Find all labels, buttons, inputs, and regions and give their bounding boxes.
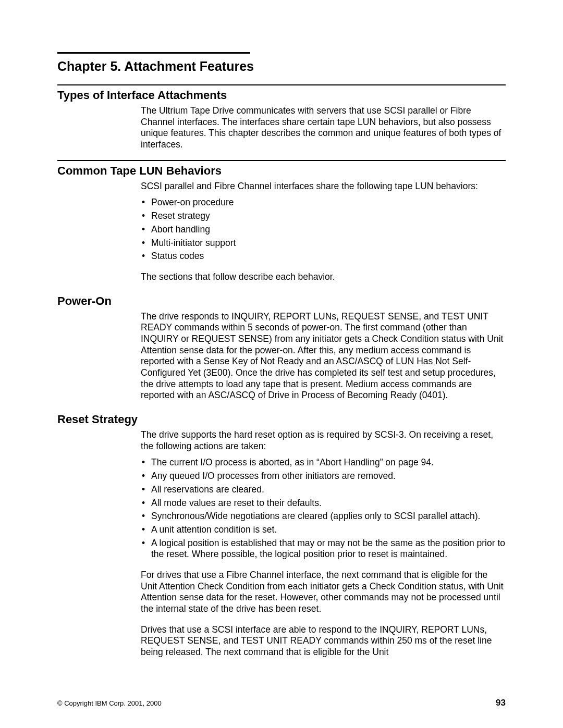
section-wrap: Common Tape LUN Behaviors SCSI parallel … [57,160,506,658]
body-block: SCSI parallel and Fibre Channel interfac… [141,181,506,283]
list-item: All mode values are reset to their defau… [141,498,506,509]
subsection-heading-reset: Reset Strategy [57,413,506,426]
paragraph: The Ultrium Tape Drive communicates with… [141,105,506,151]
list-item: Multi-initiator support [141,238,506,249]
section-heading-types: Types of Interface Attachments [57,89,506,102]
paragraph: SCSI parallel and Fibre Channel interfac… [141,181,506,192]
paragraph: The sections that follow describe each b… [141,272,506,283]
body-block: The drive supports the hard reset option… [141,429,506,658]
section-heading-common: Common Tape LUN Behaviors [57,164,506,178]
list-item: Abort handling [141,224,506,236]
list-item: Any queued I/O processes from other init… [141,471,506,482]
list-item: A logical position is established that m… [141,538,506,560]
list-item: Power-on procedure [141,197,506,208]
list-item: A unit attention condition is set. [141,524,506,536]
list-item: Reset strategy [141,211,506,222]
subsection-heading-poweron: Power-On [57,294,506,308]
section-rule [57,160,506,161]
chapter-title: Chapter 5. Attachment Features [57,59,506,74]
bullet-list: The current I/O process is aborted, as i… [141,457,506,560]
page: Chapter 5. Attachment Features Types of … [0,0,563,728]
section-rule [57,84,506,85]
bullet-list: Power-on procedure Reset strategy Abort … [141,197,506,262]
paragraph: The drive supports the hard reset option… [141,429,506,452]
chapter-rule [57,52,250,54]
paragraph: For drives that use a Fibre Channel inte… [141,570,506,615]
page-footer: © Copyright IBM Corp. 2001, 2000 93 [57,698,506,708]
footer-page-number: 93 [496,698,506,708]
paragraph: Drives that use a SCSI interface are abl… [141,624,506,658]
list-item: The current I/O process is aborted, as i… [141,457,506,468]
body-block: The Ultrium Tape Drive communicates with… [141,105,506,151]
body-block: The drive responds to INQUIRY, REPORT LU… [141,311,506,402]
paragraph: The drive responds to INQUIRY, REPORT LU… [141,311,506,402]
list-item: All reservations are cleared. [141,484,506,496]
footer-copyright: © Copyright IBM Corp. 2001, 2000 [57,699,162,707]
list-item: Synchronous/Wide negotiations are cleare… [141,511,506,522]
list-item: Status codes [141,251,506,262]
